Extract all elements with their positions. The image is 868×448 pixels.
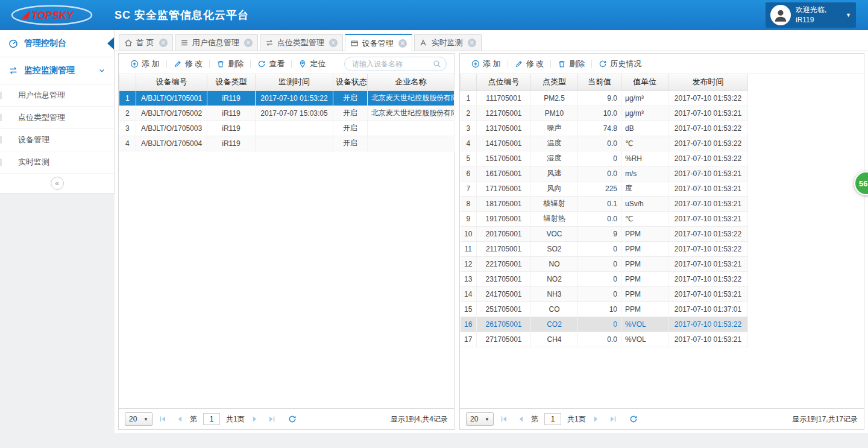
close-icon[interactable]: × [244, 39, 253, 47]
monitor-pager: 20 ▼ 第 共1页 [460, 408, 864, 429]
close-icon[interactable]: × [398, 39, 407, 48]
close-icon[interactable]: × [329, 39, 338, 47]
last-page-button[interactable] [606, 415, 620, 423]
first-page-button[interactable] [497, 415, 511, 423]
view-button[interactable]: 查看 [251, 58, 291, 69]
row-number: 4 [461, 136, 477, 151]
welcome-text: 欢迎光临, iR119 [796, 5, 841, 26]
table-row[interactable]: 16 261705001 CO2 0 %VOL 2017-07-10 01:53… [461, 317, 748, 332]
table-row[interactable]: 1 111705001 PM2.5 9.0 μg/m³ 2017-07-10 0… [461, 90, 748, 106]
company-cell [368, 136, 454, 151]
table-row[interactable]: 6 161705001 风速 0.0 m/s 2017-07-10 01:53:… [461, 166, 748, 181]
table-row[interactable]: 14 241705001 NH3 0 PPM 2017-07-10 01:53:… [461, 286, 748, 301]
table-row[interactable]: 4 A/BJLT/O/1705004 iR119 开启 [119, 136, 454, 151]
table-row[interactable]: 3 131705001 噪声 74.8 dB 2017-07-10 01:53:… [461, 121, 748, 136]
table-row[interactable]: 12 221705001 NO 0 PPM 2017-07-10 01:53:2… [461, 256, 748, 271]
row-number: 3 [119, 121, 136, 136]
table-row[interactable]: 15 251705001 CO 10 PPM 2017-07-10 01:37:… [461, 301, 748, 317]
table-row[interactable]: 1 A/BJLT/O/1705001 iR119 2017-07-10 01:5… [119, 90, 454, 106]
unit-cell: PPM [621, 256, 668, 271]
current-value-cell: 0 [578, 241, 621, 256]
record-summary: 显示1到4,共4记录 [391, 414, 448, 424]
search-icon[interactable] [433, 60, 441, 68]
point-id-cell: 201705001 [477, 226, 531, 241]
point-type-cell: CO [531, 301, 578, 317]
table-row[interactable]: 4 141705001 温度 0.0 ℃ 2017-07-10 01:53:22 [461, 136, 748, 151]
user-menu[interactable]: 欢迎光临, iR119 ▼ [766, 2, 856, 28]
point-id-cell: 181705001 [477, 196, 531, 211]
refresh-button[interactable] [627, 415, 640, 423]
delete-button[interactable]: 删除 [210, 58, 250, 69]
table-row[interactable]: 3 A/BJLT/O/1705003 iR119 开启 [119, 121, 454, 136]
tab-home[interactable]: 首 页 × [119, 34, 173, 51]
pencil-icon [515, 60, 523, 68]
chevron-down-icon [98, 67, 105, 74]
sidebar-item-device[interactable]: 设备管理 [0, 129, 114, 151]
next-page-button[interactable] [248, 415, 262, 423]
point-type-cell: 温度 [531, 136, 578, 151]
current-value-cell: 0 [578, 151, 621, 166]
point-id-cell: 161705001 [477, 166, 531, 181]
point-id-cell: 111705001 [477, 90, 531, 106]
tab-point-type[interactable]: 点位类型管理 × [260, 34, 343, 51]
page-suffix-label: 共1页 [567, 414, 586, 424]
page-size-select[interactable]: 20 ▼ [466, 412, 494, 426]
close-icon[interactable]: × [159, 39, 168, 47]
table-row[interactable]: 2 A/BJLT/O/1705002 iR119 2017-07-07 15:0… [119, 106, 454, 121]
tab-user-info[interactable]: 用户信息管理 × [175, 34, 258, 51]
sidebar-item-console[interactable]: 管理控制台 [0, 30, 114, 57]
column-header: 发布时间 [668, 74, 748, 90]
first-page-button[interactable] [156, 415, 169, 423]
row-number: 17 [461, 332, 477, 347]
next-page-button[interactable] [590, 415, 603, 423]
column-header: 值单位 [621, 74, 668, 90]
locate-button[interactable]: 定位 [292, 58, 332, 69]
point-type-cell: 风速 [531, 166, 578, 181]
chevron-down-icon[interactable]: ▼ [846, 12, 851, 18]
table-row[interactable]: 8 181705001 核辐射 0.1 uSv/h 2017-07-10 01:… [461, 196, 748, 211]
edit-button[interactable]: 修 改 [508, 58, 551, 69]
refresh-button[interactable] [286, 415, 299, 423]
add-button[interactable]: 添 加 [124, 58, 166, 69]
sidebar-item-point-type[interactable]: 点位类型管理 [0, 107, 114, 129]
history-button[interactable]: 历史情况 [592, 58, 648, 69]
publish-time-cell: 2017-07-10 01:53:21 [668, 166, 748, 181]
table-row[interactable]: 13 231705001 NO2 0 PPM 2017-07-10 01:53:… [461, 271, 748, 286]
search-input[interactable] [344, 57, 447, 71]
add-button[interactable]: 添 加 [465, 58, 508, 69]
table-row[interactable]: 2 121705001 PM10 10.0 μg/m³ 2017-07-10 0… [461, 106, 748, 121]
sidebar-item-user-info[interactable]: 用户信息管理 [0, 84, 114, 107]
collapse-sidebar-button[interactable]: « [51, 177, 64, 190]
sidebar-item-realtime[interactable]: 实时监测 [0, 151, 114, 174]
sidebar-item-monitor-group[interactable]: 监控监测管理 [0, 57, 114, 84]
table-row[interactable]: 7 171705001 风向 225 度 2017-07-10 01:53:21 [461, 181, 748, 196]
point-type-cell: 辐射热 [531, 211, 578, 226]
table-row[interactable]: 11 211705001 SO2 0 PPM 2017-07-10 01:53:… [461, 241, 748, 256]
row-number-header [119, 74, 136, 90]
page-size-select[interactable]: 20 ▼ [125, 412, 153, 426]
tab-device[interactable]: 设备管理 × [345, 34, 412, 51]
point-id-cell: 141705001 [477, 136, 531, 151]
point-type-cell: PM10 [531, 106, 578, 121]
tab-realtime[interactable]: 实时监测 × [414, 34, 482, 51]
page-number-input[interactable] [544, 413, 561, 425]
prev-page-button[interactable] [173, 415, 186, 423]
table-row[interactable]: 17 271705001 CH4 0.0 %VOL 2017-07-10 01:… [461, 332, 748, 347]
device-panel: 添 加 修 改 删除 查看 [118, 53, 454, 430]
edit-button[interactable]: 修 改 [167, 58, 210, 69]
sidebar-monitor-group-label: 监控监测管理 [24, 65, 92, 76]
last-page-button[interactable] [265, 415, 278, 423]
map-pin-icon [298, 60, 307, 68]
device-table-body: 1 A/BJLT/O/1705001 iR119 2017-07-10 01:5… [119, 90, 454, 151]
page-number-input[interactable] [203, 413, 220, 425]
prev-page-button[interactable] [514, 415, 527, 423]
table-row[interactable]: 5 151705001 湿度 0 %RH 2017-07-10 01:53:22 [461, 151, 748, 166]
avatar [770, 5, 791, 25]
sidebar: 管理控制台 监控监测管理 用户信息管理 点位类型管理 设备管理 实时监测 « [0, 30, 115, 448]
unit-cell: PPM [621, 271, 668, 286]
close-icon[interactable]: × [468, 39, 476, 47]
table-row[interactable]: 10 201705001 VOC 9 PPM 2017-07-10 01:53:… [461, 226, 748, 241]
delete-button[interactable]: 删除 [551, 58, 591, 69]
publish-time-cell: 2017-07-10 01:53:22 [668, 136, 748, 151]
table-row[interactable]: 9 191705001 辐射热 0.0 ℃ 2017-07-10 01:53:2… [461, 211, 748, 226]
